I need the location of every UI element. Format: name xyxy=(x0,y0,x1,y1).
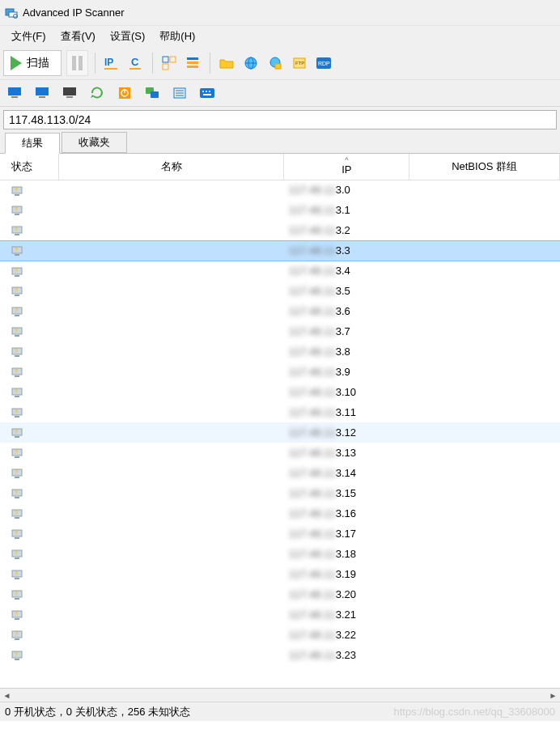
svg-text:?: ? xyxy=(15,490,18,495)
menu-file[interactable]: 文件(F) xyxy=(5,28,53,45)
app-icon xyxy=(5,6,18,19)
cell-name xyxy=(58,261,284,281)
cell-name xyxy=(58,220,284,240)
table-row[interactable]: ?117.48.113.17 xyxy=(0,524,560,544)
horizontal-scrollbar[interactable]: ◄ ► xyxy=(0,688,560,702)
cell-name xyxy=(58,240,284,261)
ip-range-input[interactable] xyxy=(3,110,557,129)
dead-icon[interactable] xyxy=(60,83,79,103)
svg-rect-62 xyxy=(15,315,19,316)
https-button[interactable] xyxy=(265,53,285,73)
unknown-status-icon: ? xyxy=(11,366,23,378)
cell-netbios xyxy=(409,422,560,443)
cell-status: ? xyxy=(0,443,58,463)
cell-netbios xyxy=(409,200,560,220)
scroll-left-icon[interactable]: ◄ xyxy=(0,689,14,702)
menu-settings[interactable]: 设置(S) xyxy=(104,28,151,45)
refresh-icon[interactable] xyxy=(87,83,107,103)
table-row[interactable]: ?117.48.113.11 xyxy=(0,402,560,422)
col-status[interactable]: 状态 xyxy=(0,154,58,180)
cell-ip: 117.48.113.5 xyxy=(284,281,409,301)
secondary-toolbar xyxy=(0,80,560,107)
computer-icon[interactable] xyxy=(5,83,24,103)
unknown-status-icon: ? xyxy=(11,447,23,459)
cell-name xyxy=(58,584,284,604)
table-row[interactable]: ?117.48.113.8 xyxy=(0,341,560,362)
expand-all-button[interactable] xyxy=(159,53,179,73)
ftp-button[interactable]: FTP xyxy=(290,53,309,73)
col-name[interactable]: 名称 xyxy=(58,154,284,180)
menu-bar: 文件(F) 查看(V) 设置(S) 帮助(H) xyxy=(0,26,560,47)
folder-button[interactable] xyxy=(217,53,236,73)
cell-status: ? xyxy=(0,604,58,625)
svg-rect-42 xyxy=(203,94,211,95)
table-row[interactable]: ?117.48.113.6 xyxy=(0,301,560,321)
svg-text:?: ? xyxy=(15,388,18,394)
unknown-status-icon: ? xyxy=(11,244,23,257)
table-row[interactable]: ?117.48.113.12 xyxy=(0,422,560,443)
table-row[interactable]: ?117.48.113.4 xyxy=(0,261,560,281)
table-body: ?117.48.113.0?117.48.113.1?117.48.113.2?… xyxy=(0,180,560,665)
table-row[interactable]: ?117.48.113.3 xyxy=(0,240,560,261)
cell-name xyxy=(58,321,284,341)
svg-text:?: ? xyxy=(15,651,18,657)
rdp-button[interactable]: RDP xyxy=(314,53,333,73)
table-row[interactable]: ?117.48.113.15 xyxy=(0,483,560,503)
table-row[interactable]: ?117.48.113.16 xyxy=(0,503,560,524)
col-netbios[interactable]: NetBIOS 群组 xyxy=(409,154,560,180)
table-row[interactable]: ?117.48.113.23 xyxy=(0,645,560,665)
svg-text:?: ? xyxy=(15,570,18,576)
cell-ip: 117.48.113.12 xyxy=(284,422,409,443)
table-row[interactable]: ?117.48.113.19 xyxy=(0,564,560,584)
cell-status: ? xyxy=(0,281,58,301)
table-row[interactable]: ?117.48.113.22 xyxy=(0,625,560,645)
table-row[interactable]: ?117.48.113.18 xyxy=(0,544,560,564)
http-button[interactable] xyxy=(241,53,261,73)
tab-favorites[interactable]: 收藏夹 xyxy=(62,132,127,153)
svg-rect-83 xyxy=(15,456,19,458)
menu-view[interactable]: 查看(V) xyxy=(54,28,102,45)
cell-netbios xyxy=(409,281,560,301)
table-row[interactable]: ?117.48.113.9 xyxy=(0,362,560,382)
table-row[interactable]: ?117.48.113.0 xyxy=(0,180,560,200)
tab-results[interactable]: 结果 xyxy=(5,133,60,154)
svg-rect-89 xyxy=(15,497,19,498)
results-table-wrap[interactable]: 状态 名称 ^ IP NetBIOS 群组 ?117.48.113.0?117.… xyxy=(0,154,560,688)
table-row[interactable]: ?117.48.113.2 xyxy=(0,220,560,240)
cell-ip: 117.48.113.4 xyxy=(284,261,409,281)
cell-netbios xyxy=(409,180,560,200)
col-ip[interactable]: ^ IP xyxy=(284,154,409,180)
cell-name xyxy=(58,362,284,382)
class-c-button[interactable]: C xyxy=(126,53,146,73)
cell-ip: 117.48.113.6 xyxy=(284,301,409,321)
collapse-all-button[interactable] xyxy=(184,53,203,73)
table-row[interactable]: ?117.48.113.10 xyxy=(0,382,560,402)
cell-status: ? xyxy=(0,503,58,524)
table-row[interactable]: ?117.48.113.14 xyxy=(0,463,560,483)
alive-icon[interactable] xyxy=(32,83,52,103)
cell-netbios xyxy=(409,321,560,341)
scan-button[interactable]: 扫描 xyxy=(3,50,62,76)
svg-rect-9 xyxy=(163,64,168,70)
cell-ip: 117.48.113.3 xyxy=(284,240,409,261)
table-row[interactable]: ?117.48.113.21 xyxy=(0,604,560,625)
table-row[interactable]: ?117.48.113.7 xyxy=(0,321,560,341)
scroll-right-icon[interactable]: ► xyxy=(546,689,560,702)
menu-help[interactable]: 帮助(H) xyxy=(153,28,202,45)
chat-icon[interactable] xyxy=(142,83,162,103)
power-icon[interactable] xyxy=(115,83,134,103)
iptool-button[interactable]: IP xyxy=(102,53,121,73)
table-row[interactable]: ?117.48.113.1 xyxy=(0,200,560,220)
table-row[interactable]: ?117.48.113.13 xyxy=(0,443,560,463)
unknown-status-icon: ? xyxy=(11,305,23,317)
cell-netbios xyxy=(409,604,560,625)
svg-text:C: C xyxy=(131,56,139,68)
table-row[interactable]: ?117.48.113.20 xyxy=(0,584,560,604)
window-title: Advanced IP Scanner xyxy=(23,6,125,19)
table-row[interactable]: ?117.48.113.5 xyxy=(0,281,560,301)
pause-button[interactable] xyxy=(66,50,88,76)
keyboard-icon[interactable] xyxy=(197,83,217,103)
svg-rect-8 xyxy=(170,57,176,62)
scroll-track[interactable] xyxy=(14,689,546,702)
list-icon[interactable] xyxy=(170,83,189,103)
